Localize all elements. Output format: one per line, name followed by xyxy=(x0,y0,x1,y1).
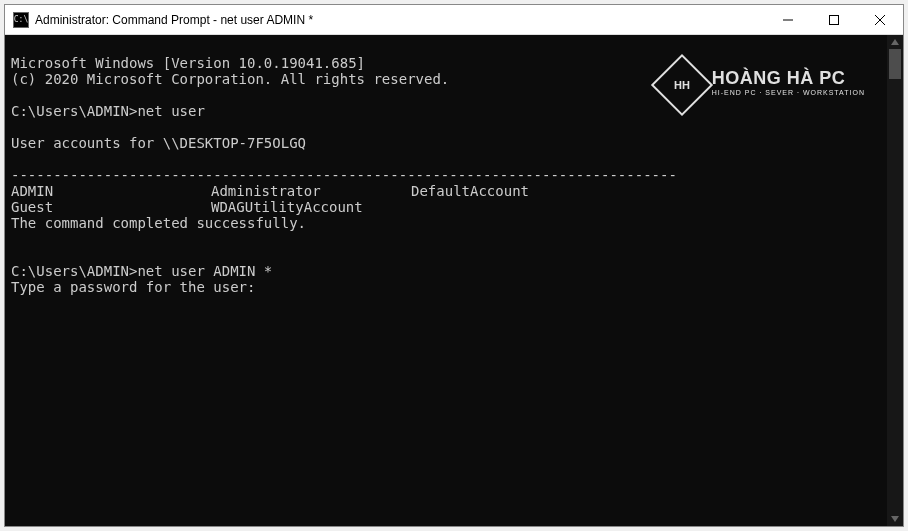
cell: Administrator xyxy=(211,183,411,199)
cell: DefaultAccount xyxy=(411,183,611,199)
prompt-command: net user xyxy=(137,103,204,119)
scroll-up-button[interactable] xyxy=(887,35,903,49)
minimize-icon xyxy=(783,15,793,25)
prompt-path: C:\Users\ADMIN> xyxy=(11,103,137,119)
cell xyxy=(411,199,611,215)
maximize-button[interactable] xyxy=(811,5,857,35)
table-row: GuestWDAGUtilityAccount xyxy=(11,199,881,215)
cell: ADMIN xyxy=(11,183,211,199)
prompt-command: net user ADMIN * xyxy=(137,263,272,279)
svg-rect-1 xyxy=(830,15,839,24)
chevron-up-icon xyxy=(891,39,899,45)
watermark-text: HOÀNG HÀ PC HI-END PC · SEVER · WORKSTAT… xyxy=(712,70,865,101)
accounts-header: User accounts for \\DESKTOP-7F5OLGQ xyxy=(11,135,306,151)
password-prompt-line: Type a password for the user: xyxy=(11,279,255,295)
svg-marker-4 xyxy=(891,39,899,45)
scroll-down-button[interactable] xyxy=(887,512,903,526)
completed-line: The command completed successfully. xyxy=(11,215,306,231)
minimize-button[interactable] xyxy=(765,5,811,35)
window-title: Administrator: Command Prompt - net user… xyxy=(35,13,765,27)
terminal-area: Microsoft Windows [Version 10.0.19041.68… xyxy=(5,35,903,526)
close-button[interactable] xyxy=(857,5,903,35)
svg-marker-5 xyxy=(891,516,899,522)
table-row: ADMINAdministratorDefaultAccount xyxy=(11,183,881,199)
cmd-icon: C:\ xyxy=(13,12,29,28)
window-frame: C:\ Administrator: Command Prompt - net … xyxy=(4,4,904,527)
copyright-line: (c) 2020 Microsoft Corporation. All righ… xyxy=(11,71,449,87)
maximize-icon xyxy=(829,15,839,25)
cell: Guest xyxy=(11,199,211,215)
terminal-output[interactable]: Microsoft Windows [Version 10.0.19041.68… xyxy=(5,35,887,526)
close-icon xyxy=(875,15,885,25)
watermark-logo-initials: HH xyxy=(674,77,690,93)
scrollbar[interactable] xyxy=(887,35,903,526)
titlebar[interactable]: C:\ Administrator: Command Prompt - net … xyxy=(5,5,903,35)
watermark-logo: HH xyxy=(651,54,713,116)
scroll-thumb[interactable] xyxy=(889,49,901,79)
version-line: Microsoft Windows [Version 10.0.19041.68… xyxy=(11,55,365,71)
watermark-brand: HOÀNG HÀ PC xyxy=(712,70,865,86)
separator-line: ----------------------------------------… xyxy=(11,167,677,183)
cmd-icon-label: C:\ xyxy=(14,15,28,24)
watermark-tagline: HI-END PC · SEVER · WORKSTATION xyxy=(712,85,865,101)
cell: WDAGUtilityAccount xyxy=(211,199,411,215)
watermark: HH HOÀNG HÀ PC HI-END PC · SEVER · WORKS… xyxy=(660,63,865,107)
chevron-down-icon xyxy=(891,516,899,522)
prompt-path: C:\Users\ADMIN> xyxy=(11,263,137,279)
